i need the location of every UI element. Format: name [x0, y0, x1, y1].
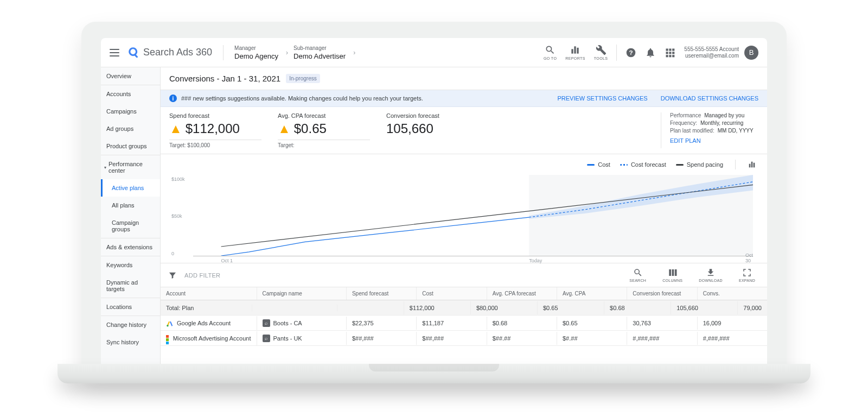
sidebar-subitem-all-plans[interactable]: All plans — [101, 197, 160, 214]
sidebar-subitem-campaign-groups[interactable]: Campaign groups — [101, 214, 160, 238]
breadcrumb-manager[interactable]: Manager Demo Agency › — [234, 45, 278, 60]
product-name: Search Ads 360 — [143, 47, 212, 58]
main-content: Conversions - Jan 1 - 31, 2021 In-progre… — [161, 67, 767, 364]
sidebar-item-campaigns[interactable]: Campaigns — [101, 103, 160, 120]
add-filter-button[interactable]: ADD FILTER — [184, 272, 220, 279]
reports-button[interactable]: REPORTS — [561, 45, 590, 60]
legend-forecast[interactable]: Cost forecast — [620, 161, 666, 168]
page-title: Conversions - Jan 1 - 31, 2021 — [169, 74, 280, 83]
table-download-button[interactable]: DOWNLOAD — [694, 268, 727, 282]
search-campaign-icon: ⌕ — [263, 319, 270, 327]
help-icon[interactable]: ? — [621, 47, 641, 58]
svg-rect-14 — [669, 55, 672, 57]
google-ads-icon — [166, 319, 174, 327]
laptop-base — [58, 364, 810, 383]
breadcrumb: Manager Demo Agency › Sub-manager Demo A… — [223, 45, 346, 60]
legend-cost[interactable]: Cost — [587, 161, 610, 168]
laptop-frame: Search Ads 360 Manager Demo Agency › Sub… — [81, 22, 787, 383]
sidebar-item-sync-history[interactable]: Sync history — [101, 333, 160, 351]
sidebar-item-ads-extensions[interactable]: Ads & extensions — [101, 238, 160, 256]
table-expand-button[interactable]: EXPAND — [735, 268, 760, 282]
suggestion-banner: i ### new settings suggestions available… — [161, 90, 767, 107]
header: Search Ads 360 Manager Demo Agency › Sub… — [101, 38, 767, 67]
microsoft-icon — [166, 335, 170, 342]
svg-point-23 — [167, 324, 169, 326]
status-badge: In-progress — [286, 74, 320, 83]
search-campaign-icon: ⌕ — [263, 335, 270, 342]
svg-rect-15 — [673, 55, 675, 57]
table-total-row: Total: Plan$112,000$80,000$0.65$0.68105,… — [161, 300, 767, 316]
sidebar-item-accounts[interactable]: Accounts — [101, 85, 160, 103]
svg-rect-20 — [669, 269, 671, 276]
chevron-right-icon: › — [286, 49, 288, 56]
sidebar-item-change-history[interactable]: Change history — [101, 316, 160, 333]
sidebar-subitem-active-plans[interactable]: Active plans — [101, 179, 160, 197]
table-row[interactable]: Google Ads Account⌕Boots - CA$22,375$11,… — [161, 316, 767, 331]
sidebar-item-performance-center[interactable]: ▾Performance center — [101, 155, 160, 179]
table-search-button[interactable]: SEARCH — [625, 268, 650, 282]
table-columns-button[interactable]: COLUMNS — [658, 268, 687, 282]
tools-button[interactable]: TOOLS — [590, 45, 612, 60]
sidebar-item-dynamic-ad-targets[interactable]: Dynamic ad targets — [101, 274, 160, 298]
svg-rect-3 — [575, 46, 576, 53]
edit-plan-link[interactable]: EDIT PLAN — [670, 137, 758, 144]
app-screen: Search Ads 360 Manager Demo Agency › Sub… — [101, 38, 767, 364]
kpi-0: Spend forecast ▲$112,000 Target: $100,00… — [169, 112, 261, 148]
table-row[interactable]: Microsoft Advertising Account⌕Pants - UK… — [161, 331, 767, 346]
sidebar-item-locations[interactable]: Locations — [101, 298, 160, 316]
svg-rect-16 — [749, 164, 751, 168]
svg-rect-4 — [577, 48, 579, 54]
svg-rect-18 — [754, 163, 755, 168]
svg-rect-8 — [669, 48, 672, 51]
filter-icon[interactable] — [168, 271, 177, 280]
avatar[interactable]: B — [744, 46, 758, 60]
svg-rect-17 — [751, 162, 753, 168]
plan-meta: PerformanceManaged by youFrequency:Month… — [661, 112, 758, 148]
kpi-2: Conversion forecast 105,660 — [386, 112, 478, 148]
chart-legend: Cost Cost forecast Spend pacing — [171, 160, 756, 173]
banner-text: ### new settings suggestions available. … — [181, 95, 423, 102]
apps-icon[interactable] — [660, 47, 680, 58]
svg-point-0 — [130, 48, 137, 55]
svg-rect-22 — [674, 269, 676, 276]
svg-rect-21 — [672, 269, 674, 276]
svg-text:?: ? — [629, 49, 633, 56]
breadcrumb-submanager[interactable]: Sub-manager Demo Advertiser › — [293, 45, 346, 60]
account-menu[interactable]: 555-555-5555 Account useremail@email.com… — [684, 46, 758, 60]
svg-rect-13 — [666, 55, 668, 57]
kpi-row: Spend forecast ▲$112,000 Target: $100,00… — [161, 107, 767, 154]
table-toolbar: ADD FILTER SEARCH COLUMNS DOWNLOAD EXPAN… — [161, 263, 767, 287]
sidebar-item-keywords[interactable]: Keywords — [101, 256, 160, 274]
notifications-icon[interactable] — [641, 47, 660, 58]
data-table: AccountCampaign nameSpend forecastCostAv… — [161, 287, 767, 364]
info-icon: i — [169, 94, 177, 102]
svg-rect-9 — [673, 48, 675, 51]
legend-pacing[interactable]: Spend pacing — [676, 161, 723, 168]
sidebar: OverviewAccountsCampaignsAd groupsProduc… — [101, 67, 161, 364]
hamburger-icon[interactable] — [110, 49, 119, 56]
svg-rect-10 — [666, 52, 668, 54]
page-title-bar: Conversions - Jan 1 - 31, 2021 In-progre… — [161, 67, 767, 90]
download-settings-link[interactable]: DOWNLOAD SETTINGS CHANGES — [661, 95, 758, 102]
performance-chart[interactable]: 0$50k$100kOct 1TodayOct 30 — [171, 173, 756, 260]
sidebar-item-overview[interactable]: Overview — [101, 67, 160, 85]
sidebar-item-ad-groups[interactable]: Ad groups — [101, 120, 160, 137]
chart-type-icon[interactable] — [748, 160, 756, 169]
sidebar-item-product-groups[interactable]: Product groups — [101, 137, 160, 155]
svg-rect-2 — [572, 49, 573, 53]
chevron-right-icon: › — [353, 49, 355, 56]
preview-settings-link[interactable]: PREVIEW SETTINGS CHANGES — [557, 95, 647, 102]
svg-rect-7 — [666, 48, 668, 51]
svg-rect-11 — [669, 52, 672, 54]
product-logo[interactable]: Search Ads 360 — [128, 47, 212, 59]
svg-rect-12 — [673, 52, 675, 54]
goto-button[interactable]: GO TO — [539, 45, 561, 60]
kpi-1: Avg. CPA forecast ▲$0.65 Target: — [278, 112, 370, 148]
chart-zone: Cost Cost forecast Spend pacing 0$50k$10… — [161, 154, 767, 263]
